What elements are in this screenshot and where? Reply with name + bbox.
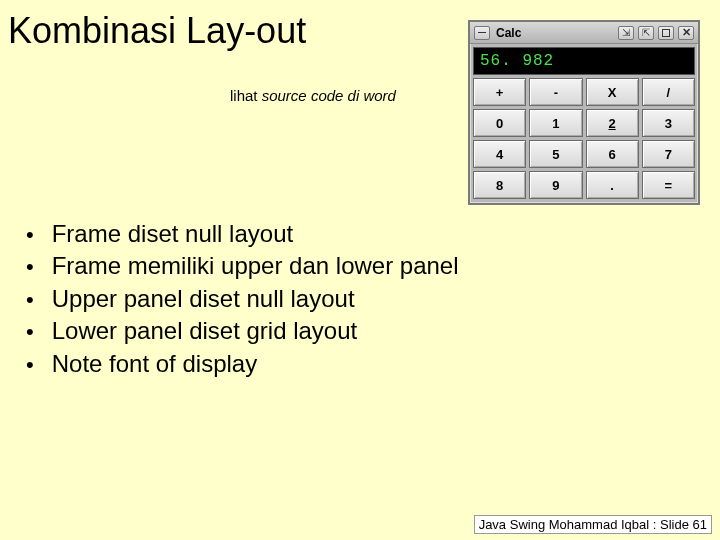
window-maximize-icon[interactable]: ⇱ [638, 26, 654, 40]
window-titlebar[interactable]: Calc ⇲ ⇱ ✕ [470, 22, 698, 44]
window-close-icon[interactable]: ✕ [678, 26, 694, 40]
calculator-display: 56. 982 [473, 47, 695, 75]
key-multiply[interactable]: X [586, 78, 639, 106]
key-dot[interactable]: . [586, 171, 639, 199]
key-3[interactable]: 3 [642, 109, 695, 137]
key-2[interactable]: 2 [586, 109, 639, 137]
bullet-list: Frame diset null layout Frame memiliki u… [20, 218, 459, 380]
calculator-keypad: + - X / 0 1 2 3 4 5 6 7 8 9 . = [473, 78, 695, 199]
key-5[interactable]: 5 [529, 140, 582, 168]
list-item: Frame memiliki upper dan lower panel [20, 250, 459, 282]
list-item: Frame diset null layout [20, 218, 459, 250]
key-9[interactable]: 9 [529, 171, 582, 199]
slide-title: Kombinasi Lay-out [8, 10, 306, 52]
subtitle-plain: lihat [230, 87, 262, 104]
key-7[interactable]: 7 [642, 140, 695, 168]
window-minimize-icon[interactable]: ⇲ [618, 26, 634, 40]
calculator-window: Calc ⇲ ⇱ ✕ 56. 982 + - X / 0 1 2 3 4 5 6… [468, 20, 700, 205]
key-divide[interactable]: / [642, 78, 695, 106]
key-4[interactable]: 4 [473, 140, 526, 168]
subtitle-italic: source code di word [262, 87, 396, 104]
window-title: Calc [496, 26, 521, 40]
key-1[interactable]: 1 [529, 109, 582, 137]
list-item: Upper panel diset null layout [20, 283, 459, 315]
key-equals[interactable]: = [642, 171, 695, 199]
key-minus[interactable]: - [529, 78, 582, 106]
key-plus[interactable]: + [473, 78, 526, 106]
key-8[interactable]: 8 [473, 171, 526, 199]
window-menu-icon[interactable] [474, 26, 490, 40]
window-restore-icon[interactable] [658, 26, 674, 40]
slide-footer: Java Swing Mohammad Iqbal : Slide 61 [474, 515, 712, 534]
list-item: Lower panel diset grid layout [20, 315, 459, 347]
key-6[interactable]: 6 [586, 140, 639, 168]
list-item: Note font of display [20, 348, 459, 380]
slide-subtitle: lihat source code di word [230, 87, 396, 104]
key-0[interactable]: 0 [473, 109, 526, 137]
